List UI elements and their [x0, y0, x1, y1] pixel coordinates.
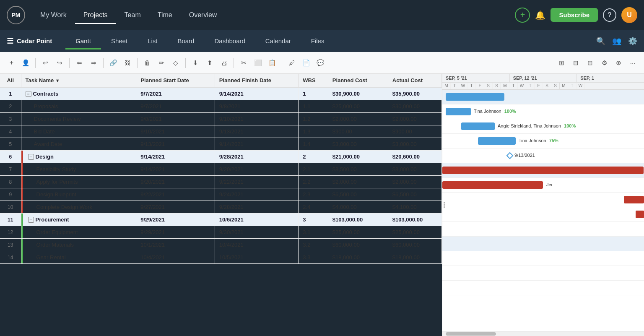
- project-tabs: Gantt Sheet List Board Dashboard Calenda…: [65, 34, 334, 48]
- draw-button[interactable]: ✏: [155, 57, 168, 69]
- shape-button[interactable]: ◇: [169, 57, 182, 69]
- nav-time[interactable]: Time: [149, 8, 181, 22]
- table-row[interactable]: 2 Proposals 9/7/2021 9/8/2021 1.1 $25,00…: [0, 100, 442, 113]
- col-actual-cost: Actual Cost: [388, 74, 441, 87]
- task-name-cell[interactable]: Bid Date: [21, 125, 136, 138]
- search-icon[interactable]: 🔍: [596, 36, 605, 46]
- wbs-cell: 1: [299, 87, 328, 100]
- task-name-cell[interactable]: Apply for Permits: [21, 176, 136, 188]
- task-name-cell[interactable]: Design Blueprint: [21, 188, 136, 201]
- table-row[interactable]: 14 Gear Rental 10/4/2021 10/5/2021 3.3 $…: [0, 251, 442, 264]
- gantt-bar-biddate[interactable]: [478, 137, 516, 145]
- table-view-button[interactable]: ⊟: [569, 57, 582, 69]
- upload-button[interactable]: ⬆: [203, 57, 216, 69]
- tab-sheet[interactable]: Sheet: [101, 34, 138, 48]
- gantt-bar-blueprint[interactable]: [636, 211, 644, 218]
- task-name-cell[interactable]: Award Date: [21, 138, 136, 151]
- table-row[interactable]: 7 Feasibility Study 9/14/2021 9/20/2021 …: [0, 163, 442, 176]
- task-name-cell[interactable]: Gear Rental: [21, 251, 136, 264]
- tab-board[interactable]: Board: [167, 34, 204, 48]
- add-task-button[interactable]: ＋: [5, 57, 18, 69]
- cut-button[interactable]: ✂: [237, 57, 250, 69]
- assign-button[interactable]: 👤: [19, 57, 32, 69]
- table-row[interactable]: 11 −Procurement 9/29/2021 10/6/2021 3 $1…: [0, 214, 442, 226]
- task-name-cell[interactable]: Order Materials: [21, 239, 136, 251]
- wbs-cell: 1.1: [299, 100, 328, 113]
- paste-button[interactable]: 📋: [266, 57, 278, 69]
- gantt-scrollbar[interactable]: [442, 331, 644, 336]
- pen-button[interactable]: 🖊: [286, 57, 298, 69]
- export-button[interactable]: ⬇: [189, 57, 202, 69]
- help-button[interactable]: ?: [603, 8, 616, 22]
- table-row[interactable]: 4 Bid Date 9/10/2021 9/13/2021 1.3 $900.…: [0, 125, 442, 138]
- avatar[interactable]: U: [621, 7, 637, 23]
- add-button[interactable]: +: [515, 8, 530, 23]
- task-name-cell[interactable]: Order Equipment: [21, 226, 136, 239]
- nav-projects[interactable]: Projects: [75, 8, 116, 22]
- table-row[interactable]: 8 Apply for Permits 9/20/2021 9/22/2021 …: [0, 176, 442, 188]
- redo-button[interactable]: ↪: [53, 57, 66, 69]
- col-task-name[interactable]: Task Name ▼: [21, 74, 136, 87]
- zoom-button[interactable]: ⊕: [612, 57, 625, 69]
- table-row[interactable]: 5 Award Date 9/13/2021 9/14/2021 1.4 $3,…: [0, 138, 442, 151]
- nav-my-work[interactable]: My Work: [32, 8, 75, 22]
- undo-button[interactable]: ↩: [39, 57, 52, 69]
- filter-button[interactable]: ⊟: [584, 57, 596, 69]
- task-name-cell[interactable]: Feasibility Study: [21, 163, 136, 176]
- gantt-bar-feasibility[interactable]: [442, 181, 543, 189]
- gantt-settings-button[interactable]: ⚙: [598, 57, 610, 69]
- table-row[interactable]: 9 Design Blueprint 9/22/2021 9/24/2021 2…: [0, 188, 442, 201]
- task-name-cell[interactable]: −Procurement: [21, 214, 136, 226]
- actual-cost-cell: $60,000.00: [388, 239, 441, 251]
- tab-calendar[interactable]: Calendar: [255, 34, 301, 48]
- table-row[interactable]: 1 −Contracts 9/7/2021 9/14/2021 1 $30,90…: [0, 87, 442, 100]
- gantt-bar-contracts[interactable]: [446, 93, 504, 101]
- gantt-day-t3: T: [509, 83, 518, 89]
- task-name-cell[interactable]: −Contracts: [21, 87, 136, 100]
- tab-gantt[interactable]: Gantt: [65, 34, 101, 48]
- table-row[interactable]: 3 Documents Review 9/8/2021 9/10/2021 1.…: [0, 113, 442, 125]
- tab-dashboard[interactable]: Dashboard: [204, 34, 255, 48]
- outdent-button[interactable]: ⇐: [73, 57, 86, 69]
- planned-cost-cell: $25,000.00: [328, 100, 388, 113]
- nav-overview[interactable]: Overview: [181, 8, 226, 22]
- table-row[interactable]: 13 Order Materials 10/1/2021 10/4/2021 3…: [0, 239, 442, 251]
- gantt-bar-documents[interactable]: [461, 122, 495, 130]
- planned-finish-cell: 9/20/2021: [215, 163, 299, 176]
- nav-team[interactable]: Team: [116, 8, 149, 22]
- delete-button[interactable]: 🗑: [141, 57, 153, 69]
- planned-finish-cell: 10/6/2021: [215, 214, 299, 226]
- print-button[interactable]: 🖨: [218, 57, 230, 69]
- gantt-bar-permits[interactable]: [624, 196, 644, 203]
- gantt-scroll-thumb[interactable]: [446, 332, 496, 336]
- table-row[interactable]: 12 Order Equipment 9/29/2021 9/30/2021 3…: [0, 226, 442, 239]
- unlink-button[interactable]: ⛓: [121, 57, 134, 69]
- more-button[interactable]: ···: [626, 57, 639, 69]
- gantt-bar-design[interactable]: [442, 167, 644, 174]
- subscribe-button[interactable]: Subscribe: [551, 8, 598, 22]
- gantt-row-12: [442, 251, 644, 266]
- gantt-bar-proposals[interactable]: [446, 108, 471, 115]
- table-row[interactable]: 6 −Design 9/14/2021 9/28/2021 2 $21,000.…: [0, 151, 442, 163]
- gantt-day-s1: S: [484, 83, 493, 89]
- copy-button[interactable]: ⬜: [252, 57, 264, 69]
- menu-icon[interactable]: ☰: [7, 36, 13, 46]
- tab-files[interactable]: Files: [301, 34, 335, 48]
- grid-view-button[interactable]: ⊞: [555, 57, 568, 69]
- col-wbs: WBS: [299, 74, 328, 87]
- settings-icon[interactable]: ⚙️: [628, 36, 637, 46]
- task-name-cell[interactable]: −Design: [21, 151, 136, 163]
- table-row[interactable]: 10 Complete Design Work 9/27/2021 9/28/2…: [0, 201, 442, 214]
- comment-button[interactable]: 💬: [314, 57, 327, 69]
- task-name-cell[interactable]: Documents Review: [21, 113, 136, 125]
- note-button[interactable]: 📄: [300, 57, 312, 69]
- notifications-button[interactable]: 🔔: [535, 10, 545, 20]
- planned-finish-cell: 9/22/2021: [215, 176, 299, 188]
- row-number: 4: [0, 125, 21, 138]
- users-icon[interactable]: 👥: [612, 36, 621, 46]
- task-name-cell[interactable]: Proposals: [21, 100, 136, 113]
- task-name-cell[interactable]: Complete Design Work: [21, 201, 136, 214]
- indent-button[interactable]: ⇒: [87, 57, 100, 69]
- tab-list[interactable]: List: [138, 34, 167, 48]
- link-button[interactable]: 🔗: [107, 57, 119, 69]
